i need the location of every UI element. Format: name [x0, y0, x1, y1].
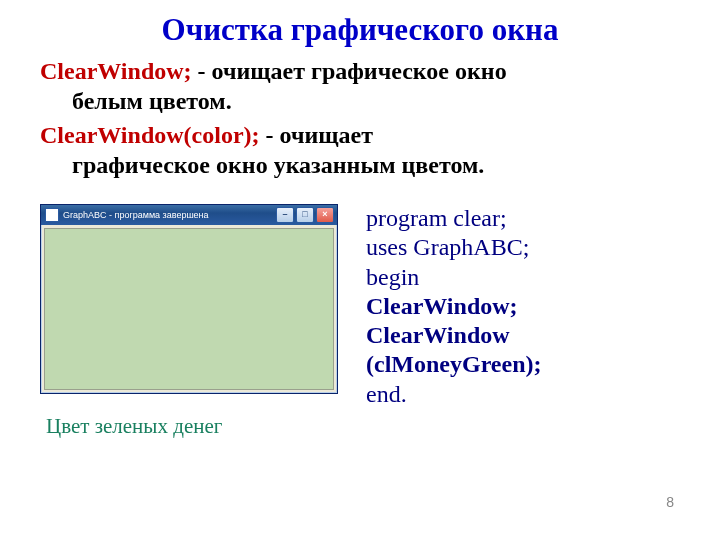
- close-button[interactable]: ×: [316, 207, 334, 223]
- window-client-area: [44, 228, 334, 390]
- entry-2-sep: -: [266, 122, 280, 148]
- entry-1-desc-line2: белым цветом.: [40, 86, 680, 116]
- window-buttons: – □ ×: [276, 207, 334, 223]
- app-icon: [45, 208, 59, 222]
- code-line-1: program clear;: [366, 204, 542, 233]
- illustration-column: GraphABC - программа завершена – □ × Цве…: [40, 204, 338, 439]
- window-title: GraphABC - программа завершена: [63, 210, 272, 220]
- entry-1-sep: -: [198, 58, 212, 84]
- code-line-6: end.: [366, 380, 542, 409]
- app-window: GraphABC - программа завершена – □ ×: [40, 204, 338, 394]
- entry-1: ClearWindow; - очищает графическое окно …: [40, 56, 680, 116]
- code-line-5b: (clMoneyGreen);: [366, 350, 542, 379]
- code-line-5a: ClearWindow: [366, 321, 542, 350]
- entry-1-desc-line1: очищает графическое окно: [212, 58, 507, 84]
- entry-1-command: ClearWindow;: [40, 58, 192, 84]
- entry-2-desc-line1: очищает: [280, 122, 373, 148]
- code-line-3: begin: [366, 263, 542, 292]
- code-block: program clear; uses GraphABC; begin Clea…: [366, 204, 542, 409]
- code-line-2: uses GraphABC;: [366, 233, 542, 262]
- entry-2: ClearWindow(color); - очищает графическо…: [40, 120, 680, 180]
- window-titlebar: GraphABC - программа завершена – □ ×: [41, 205, 337, 225]
- maximize-button[interactable]: □: [296, 207, 314, 223]
- slide-title: Очистка графического окна: [40, 12, 680, 48]
- minimize-button[interactable]: –: [276, 207, 294, 223]
- code-line-4: ClearWindow;: [366, 292, 542, 321]
- page-number: 8: [666, 494, 674, 510]
- entry-2-desc-line2: графическое окно указанным цветом.: [40, 150, 680, 180]
- entry-2-command: ClearWindow(color);: [40, 122, 260, 148]
- illustration-caption: Цвет зеленых денег: [40, 414, 338, 439]
